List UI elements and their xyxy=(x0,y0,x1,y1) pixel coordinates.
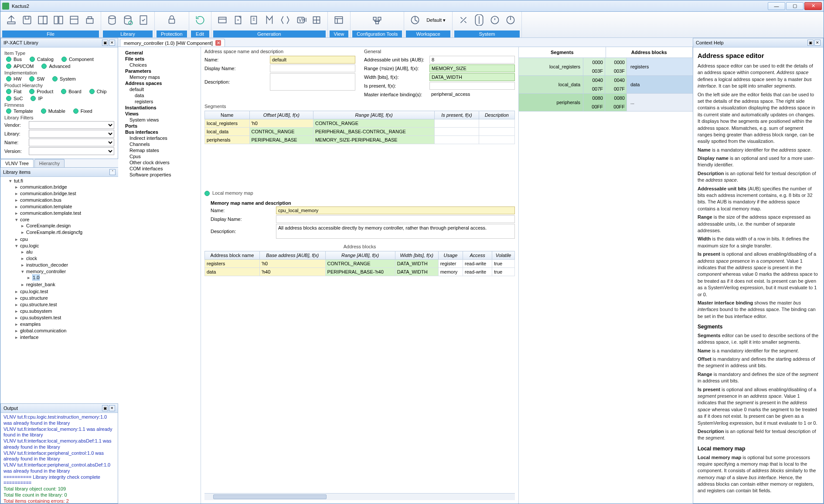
close-button[interactable]: ✕ xyxy=(804,2,822,10)
ribbon-button[interactable] xyxy=(105,13,119,27)
cell-offset[interactable]: PERIPHERAL_BASE xyxy=(249,136,313,144)
cell-range[interactable]: PERIPHERAL_BASE-CONTROL_RANGE xyxy=(313,128,434,136)
ribbon-button[interactable] xyxy=(456,13,471,27)
filter-select[interactable] xyxy=(29,121,114,129)
ribbon-button[interactable] xyxy=(487,13,502,27)
cell-desc[interactable] xyxy=(479,128,514,136)
cell-name[interactable]: local_data xyxy=(205,128,250,136)
panel-close-icon[interactable]: ✕ xyxy=(109,40,115,46)
nav-item[interactable]: Other clock drivers xyxy=(125,159,199,166)
cell-offset[interactable]: 'h0 xyxy=(249,119,313,128)
filter-chip[interactable]: Fixed xyxy=(73,108,92,114)
nav-item[interactable]: Software properties xyxy=(125,172,199,178)
mem-desc-input[interactable]: All address blocks accessible directly b… xyxy=(276,224,515,239)
ribbon-button[interactable] xyxy=(82,13,97,27)
filter-chip[interactable]: SW xyxy=(29,76,44,81)
cell-name[interactable]: peripherals xyxy=(205,136,250,144)
nav-item[interactable]: Parameters xyxy=(125,68,199,74)
ribbon-button[interactable] xyxy=(309,13,324,27)
ribbon-button[interactable] xyxy=(278,13,293,27)
cell-range[interactable]: CONTROL_RANGE xyxy=(313,119,434,128)
library-tab[interactable]: VLNV Tree xyxy=(0,159,34,167)
local-mem-toggle[interactable]: Local memory map xyxy=(204,190,515,196)
ribbon-button[interactable] xyxy=(67,13,82,27)
maximize-button[interactable]: ▢ xyxy=(786,2,804,10)
component-nav[interactable]: GeneralFile setsChoicesParametersMemory … xyxy=(118,47,201,504)
tree-item[interactable]: ▾ memory_controller▸ 1.0 xyxy=(20,268,116,281)
name-input[interactable]: default xyxy=(270,56,355,64)
ribbon-button[interactable] xyxy=(120,13,135,27)
nav-item[interactable]: Address spaces xyxy=(125,80,199,86)
display-name-input[interactable] xyxy=(270,64,355,72)
tree-item[interactable]: ▸ CoreExample.design xyxy=(20,223,116,229)
width-input[interactable]: DATA_WIDTH xyxy=(429,73,515,81)
segments-table[interactable]: NameOffset [AUB], f(x)Range [AUB], f(x)I… xyxy=(204,111,515,144)
description-input[interactable] xyxy=(270,73,355,91)
scroll-up-icon[interactable]: ˄ xyxy=(109,169,116,175)
cell-range[interactable]: MEMORY_SIZE-PERIPHERAL_BASE xyxy=(313,136,434,144)
tree-item[interactable]: ▾ core▸ CoreExample.design▸ CoreExample.… xyxy=(14,216,116,236)
nav-item[interactable]: Memory maps xyxy=(125,74,199,80)
cell-desc[interactable] xyxy=(479,136,514,144)
filter-chip[interactable]: HW xyxy=(6,76,21,81)
tree-item[interactable]: ▸ instruction_decoder xyxy=(20,262,116,268)
nav-item[interactable]: registers xyxy=(125,98,199,105)
filter-chip[interactable]: API/COM xyxy=(6,64,34,69)
undock-icon[interactable]: ▣ xyxy=(102,405,108,411)
filter-chip[interactable]: Product xyxy=(29,89,53,94)
nav-item[interactable]: Cpus xyxy=(125,153,199,159)
filter-chip[interactable]: System xyxy=(52,76,76,81)
document-tab[interactable]: memory_controller (1.0) [HW Component] ✕ xyxy=(120,39,225,47)
tree-item[interactable]: ▸ interface xyxy=(14,334,116,341)
nav-item[interactable]: Indirect interfaces xyxy=(125,135,199,141)
nav-item[interactable]: System views xyxy=(125,117,199,123)
horizontal-scrollbar[interactable] xyxy=(204,493,515,500)
nav-item[interactable]: Instantiations xyxy=(125,105,199,111)
close-tab-icon[interactable]: ✕ xyxy=(215,40,221,46)
workspace-dropdown[interactable]: Default ▾ xyxy=(423,13,449,27)
tree-item[interactable]: ▸ communication.template xyxy=(14,203,116,210)
cell-present[interactable] xyxy=(435,128,479,136)
tree-item[interactable]: ▸ cpu.logic.test xyxy=(14,288,116,295)
library-tab[interactable]: Hierarchy xyxy=(34,159,65,167)
cell-present[interactable] xyxy=(435,136,479,144)
ribbon-button[interactable] xyxy=(51,13,66,27)
tree-item[interactable]: ▸ 1.0 xyxy=(27,274,116,281)
cell-offset[interactable]: CONTROL_RANGE xyxy=(249,128,313,136)
tree-item[interactable]: ▸ communication.template.test xyxy=(14,210,116,216)
cell-present[interactable] xyxy=(435,119,479,128)
tree-item[interactable]: ▸ cpu.subsystem.test xyxy=(14,315,116,321)
tree-item[interactable]: ▸ cpu.subsystem xyxy=(14,308,116,315)
tree-item[interactable]: ▾ tut.fi▸ communication.bridge▸ communic… xyxy=(8,178,116,341)
minimize-button[interactable]: — xyxy=(768,2,785,10)
nav-item[interactable]: Choices xyxy=(125,62,199,68)
ribbon-button[interactable] xyxy=(331,13,346,27)
cell-name[interactable]: local_registers xyxy=(205,119,250,128)
filter-chip[interactable]: Flat xyxy=(6,89,21,94)
ribbon-button[interactable] xyxy=(215,13,230,27)
ribbon-button[interactable] xyxy=(20,13,34,27)
ribbon-button[interactable] xyxy=(246,13,261,27)
tree-item[interactable]: ▾ cpu.logic▸ alu▸ clock▸ instruction_dec… xyxy=(14,243,116,288)
ribbon-button[interactable] xyxy=(35,13,50,27)
filter-chip[interactable]: Bus xyxy=(6,57,22,62)
tree-item[interactable]: ▸ cpu xyxy=(14,236,116,243)
ribbon-button[interactable] xyxy=(136,13,151,27)
filter-chip[interactable]: Advanced xyxy=(41,64,70,69)
nav-item[interactable]: File sets xyxy=(125,56,199,62)
undock-icon[interactable]: ▣ xyxy=(102,40,108,46)
panel-close-icon[interactable]: ✕ xyxy=(814,40,821,46)
tree-item[interactable]: ▸ communication.bridge.test xyxy=(14,190,116,197)
tree-item[interactable]: ▸ CoreExample.rtl.designcfg xyxy=(20,229,116,236)
nav-item[interactable]: Bus interfaces xyxy=(125,129,199,135)
present-input[interactable] xyxy=(429,82,515,90)
mem-display-input[interactable] xyxy=(276,215,515,223)
tree-item[interactable]: ▸ clock xyxy=(20,255,116,262)
nav-item[interactable]: General xyxy=(125,50,199,56)
filter-chip[interactable]: IP xyxy=(31,96,42,101)
tree-item[interactable]: ▸ cpu.structure.test xyxy=(14,301,116,308)
filter-chip[interactable]: Mutable xyxy=(41,108,65,114)
tree-item[interactable]: ▸ cpu.structure xyxy=(14,295,116,301)
aub-input[interactable]: 8 xyxy=(429,56,515,64)
tree-item[interactable]: ▸ examples xyxy=(14,321,116,328)
